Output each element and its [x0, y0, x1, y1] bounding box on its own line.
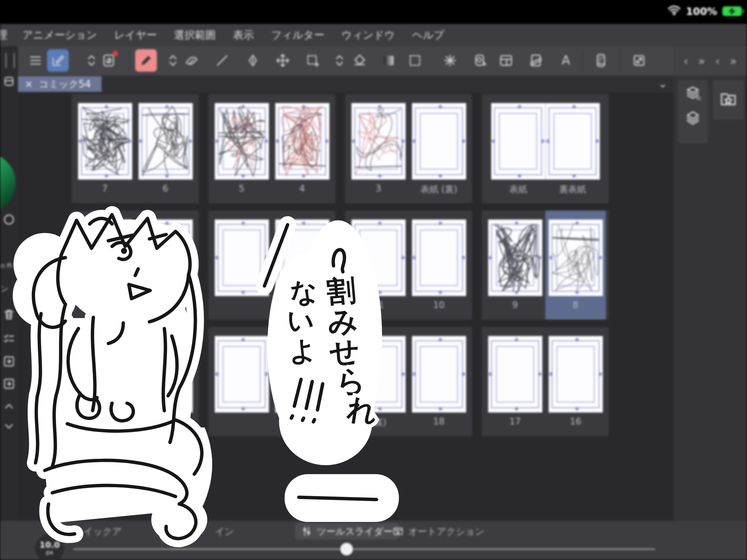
- menu-2[interactable]: レイヤー: [114, 28, 157, 42]
- page-thumbnail[interactable]: [412, 336, 466, 413]
- page-thumbnail[interactable]: [78, 336, 132, 413]
- page-cell[interactable]: [75, 211, 135, 320]
- tool-wand[interactable]: [439, 49, 461, 72]
- panel-chevron-3[interactable]: »: [730, 55, 737, 68]
- page-cell[interactable]: [211, 211, 272, 320]
- page-thumbnail[interactable]: [488, 336, 542, 413]
- page-thumbnail[interactable]: [78, 103, 132, 180]
- panel-square-icon[interactable]: [2, 75, 16, 88]
- page-cell[interactable]: (裏): [348, 327, 409, 436]
- page-thumbnail[interactable]: [351, 220, 406, 296]
- tool-slider[interactable]: [73, 548, 655, 550]
- tool-eraser[interactable]: [181, 49, 202, 72]
- menu-5[interactable]: フィルター: [271, 28, 325, 42]
- page-cell[interactable]: 6: [135, 94, 196, 203]
- color-wheel-edge[interactable]: [0, 153, 16, 213]
- document-tab[interactable]: × コミック54: [18, 76, 102, 92]
- page-thumbnail[interactable]: [351, 103, 406, 180]
- circle-tool-icon[interactable]: [2, 213, 16, 226]
- page-cell[interactable]: [135, 327, 196, 436]
- page-cell[interactable]: 7: [75, 94, 135, 203]
- menu-0[interactable]: 管理: [0, 28, 7, 42]
- page-thumbnail[interactable]: [491, 103, 546, 180]
- page-thumbnail[interactable]: [488, 220, 542, 296]
- page-thumbnail[interactable]: [139, 103, 193, 180]
- page-cell[interactable]: 表紙 (裏): [409, 94, 469, 203]
- page-cell[interactable]: 10: [409, 211, 469, 320]
- check-list-icon[interactable]: [2, 332, 16, 346]
- page-thumbnail[interactable]: [275, 336, 329, 413]
- page-thumbnail[interactable]: [215, 220, 269, 296]
- box-arrow2-icon[interactable]: [2, 377, 16, 391]
- chevron-up-icon[interactable]: [2, 399, 16, 413]
- panel-chevron-0[interactable]: ‹: [684, 55, 688, 68]
- page-cell[interactable]: 9: [485, 211, 545, 320]
- page-thumbnail[interactable]: [546, 103, 600, 180]
- panel-chevron-1[interactable]: »: [698, 55, 705, 68]
- chevron-down-small-icon[interactable]: [2, 420, 16, 433]
- page-thumbnail[interactable]: [139, 336, 193, 413]
- menu-1[interactable]: アニメーション: [22, 28, 97, 42]
- page-thumbnail[interactable]: [215, 103, 269, 180]
- page-thumbnail[interactable]: [549, 220, 603, 296]
- box-arrow-icon[interactable]: [2, 355, 16, 368]
- page-cell[interactable]: 16: [545, 327, 606, 436]
- chevron-down-icon[interactable]: ⌄: [658, 77, 667, 90]
- tool-panel-layout[interactable]: [495, 49, 517, 72]
- palette-tab-1[interactable]: イン: [209, 523, 240, 539]
- page-thumbnail[interactable]: [412, 220, 466, 296]
- panel-chevron-2[interactable]: ‹: [715, 55, 720, 68]
- trash-icon[interactable]: [2, 308, 16, 321]
- tool-decoration[interactable]: [98, 49, 120, 72]
- page-thumbnail[interactable]: [78, 220, 132, 296]
- menu-6[interactable]: ウィンドウ: [342, 28, 395, 42]
- tool-gradient[interactable]: [378, 49, 400, 72]
- page-thumbnail[interactable]: [351, 336, 406, 413]
- menu-7[interactable]: ヘルプ: [412, 28, 444, 42]
- page-cell[interactable]: 表紙: [491, 94, 546, 195]
- page-cell[interactable]: 4: [272, 94, 332, 203]
- sidebar-grip-handle[interactable]: [5, 53, 15, 68]
- page-cell[interactable]: [135, 211, 196, 320]
- page-thumbnail[interactable]: [549, 336, 603, 413]
- page-cell[interactable]: 5: [211, 94, 272, 203]
- page-cell-selected[interactable]: 8: [545, 211, 606, 320]
- menu-4[interactable]: 表示: [233, 28, 254, 42]
- tool-fill[interactable]: [349, 49, 371, 72]
- page-thumbnail[interactable]: [215, 336, 269, 413]
- layer-stack-button[interactable]: [685, 110, 701, 128]
- page-thumbnail[interactable]: [275, 103, 329, 180]
- tool-switch-chevrons-3[interactable]: [329, 49, 350, 72]
- page-cell[interactable]: 11: [348, 211, 409, 320]
- tool-operation[interactable]: [47, 49, 69, 72]
- tool-line[interactable]: [211, 49, 233, 72]
- tool-fullscreen[interactable]: [628, 49, 650, 72]
- page-cell[interactable]: 18: [409, 327, 469, 436]
- palette-tab-2[interactable]: ツールスライダー: [295, 523, 399, 539]
- page-cell[interactable]: [75, 327, 135, 436]
- tool-text[interactable]: A: [555, 49, 577, 72]
- close-tab-icon[interactable]: ×: [25, 78, 33, 90]
- tool-pen[interactable]: [242, 49, 264, 72]
- page-cell[interactable]: [272, 327, 332, 436]
- palette-tab-0[interactable]: クイックア: [52, 523, 128, 539]
- tool-object[interactable]: [469, 49, 491, 72]
- menu-3[interactable]: 選択範囲: [174, 28, 216, 42]
- tool-page-layout[interactable]: [525, 49, 547, 72]
- page-cell[interactable]: [211, 327, 272, 436]
- page-cell[interactable]: 3: [348, 94, 409, 203]
- page-cell[interactable]: 17: [485, 327, 545, 436]
- main-menu[interactable]: [25, 49, 46, 72]
- page-thumbnail[interactable]: [412, 103, 466, 180]
- favorites-folder-button[interactable]: [719, 90, 737, 109]
- tool-pencil[interactable]: [135, 49, 157, 72]
- slider-thumb[interactable]: [340, 543, 353, 556]
- layer-property-button[interactable]: xo: [685, 85, 701, 103]
- tool-move[interactable]: [272, 49, 294, 72]
- tool-keypad[interactable]: [590, 49, 612, 72]
- page-thumbnail[interactable]: [275, 220, 329, 296]
- tool-transform[interactable]: [302, 49, 323, 72]
- palette-tab-3[interactable]: オートアクション: [387, 523, 490, 539]
- page-thumbnail[interactable]: [139, 220, 193, 296]
- page-cell[interactable]: [272, 211, 332, 320]
